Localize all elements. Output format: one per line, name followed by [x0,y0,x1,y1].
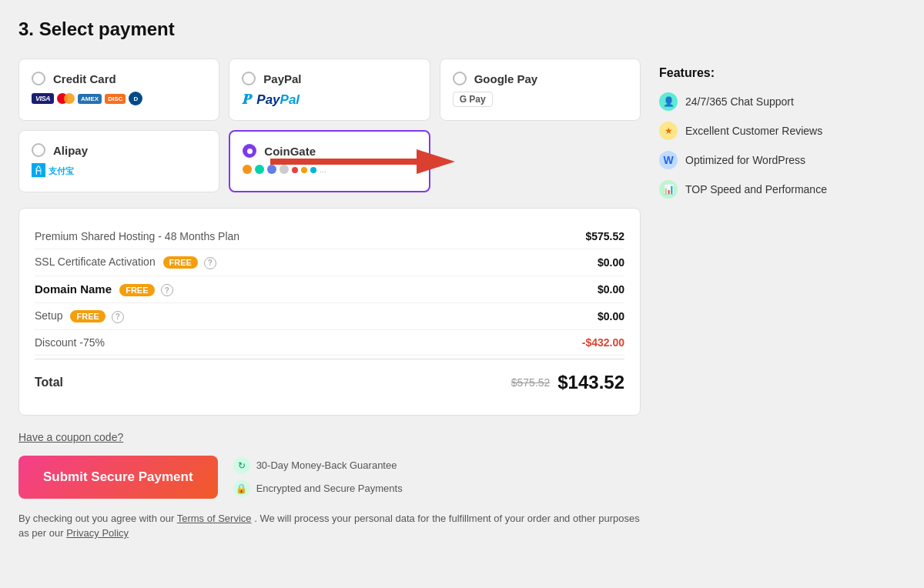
submit-button[interactable]: Submit Secure Payment [18,456,218,499]
alipay-label: Alipay [53,144,88,157]
order-item-domain: Domain Name FREE ? $0.00 [35,276,624,304]
alipay-text: 支付宝 [49,165,74,177]
legal-text: By checking out you agree with our Terms… [18,511,641,541]
coupon-link[interactable]: Have a coupon code? [18,431,641,443]
payment-methods-row1: Credit Card VISA AMEX DISC D PayPal [18,58,641,121]
feature-reviews: ★ Excellent Customer Reviews [659,122,906,140]
visa-icon: VISA [32,93,54,104]
radio-credit-card [32,72,45,85]
paypal-label: PayPal [263,72,301,85]
terms-link[interactable]: Terms of Service [177,513,252,524]
bitcoin-icon [243,165,252,174]
gpay-badge: G Pay [453,92,493,107]
red-arrow [270,146,455,177]
payment-option-paypal[interactable]: PayPal 𝐏 PayPal [229,58,430,121]
features-title: Features: [659,66,906,80]
feature-chat-text: 24/7/365 Chat Support [685,95,794,108]
hosting-value: $575.52 [585,230,624,242]
domain-free-badge: FREE [119,284,154,296]
radio-alipay [32,143,45,157]
sidebar: Features: 👤 24/7/365 Chat Support ★ Exce… [659,58,906,209]
payment-methods-row2: Alipay 🅰 支付宝 CoinGate [18,130,641,192]
alipay-icons: 🅰 支付宝 [32,163,206,179]
page-title: 3. Select payment [18,18,906,40]
discover-icon: DISC [105,94,126,104]
lock-icon: 🔒 [233,480,250,497]
total-new-price: $143.52 [557,372,624,393]
trust-item-guarantee: ↻ 30-Day Money-Back Guarantee [233,457,403,474]
arrow-area [440,130,641,192]
amex-icon: AMEX [78,94,102,104]
feature-speed: 📊 TOP Speed and Performance [659,180,906,199]
radio-paypal [242,72,256,85]
secure-text: Encrypted and Secure Payments [256,483,403,494]
total-label: Total [35,376,63,389]
person-icon: 👤 [659,92,678,111]
feature-wp-text: Optimized for WordPress [685,154,805,166]
radio-coingate [243,144,256,158]
domain-value: $0.00 [598,283,624,296]
wp-icon: W [659,151,678,169]
guarantee-text: 30-Day Money-Back Guarantee [256,459,397,471]
gpay-icons: G Pay [453,92,628,107]
litecoin-icon [255,165,264,174]
order-total-row: Total $575.52 $143.52 [35,359,624,399]
order-item-hosting: Premium Shared Hosting - 48 Months Plan … [35,224,624,249]
feature-reviews-text: Excellent Customer Reviews [685,125,822,137]
order-item-ssl: SSL Certificate Activation FREE ? $0.00 [35,249,624,276]
submit-section: Submit Secure Payment ↻ 30-Day Money-Bac… [18,456,641,499]
star-icon: ★ [659,122,678,140]
ssl-label: SSL Certificate Activation FREE ? [35,256,216,269]
chart-icon: 📊 [659,180,678,199]
feature-chat: 👤 24/7/365 Chat Support [659,92,906,111]
discount-value: -$432.00 [582,336,624,349]
domain-label: Domain Name FREE ? [35,282,173,297]
radio-google-pay [453,72,467,85]
setup-label: Setup FREE ? [35,309,124,323]
feature-wordpress: W Optimized for WordPress [659,151,906,169]
trust-items: ↻ 30-Day Money-Back Guarantee 🔒 Encrypte… [233,457,403,497]
order-item-setup: Setup FREE ? $0.00 [35,303,624,330]
total-values: $575.52 $143.52 [511,372,624,393]
paypal-icons: 𝐏 PayPal [242,92,417,108]
setup-value: $0.00 [598,310,624,322]
ssl-value: $0.00 [598,256,624,269]
paypal-p-icon: 𝐏 [242,92,250,108]
diners-icon: D [129,92,142,105]
arrow-svg [270,146,455,177]
credit-card-icons: VISA AMEX DISC D [32,92,206,105]
refresh-icon: ↻ [233,457,250,474]
total-old-price: $575.52 [511,376,551,389]
mastercard-icon [57,93,75,104]
feature-speed-text: TOP Speed and Performance [685,183,827,195]
payment-option-alipay[interactable]: Alipay 🅰 支付宝 [18,130,219,192]
ssl-help-icon[interactable]: ? [204,257,216,269]
svg-marker-0 [270,149,455,174]
hosting-label: Premium Shared Hosting - 48 Months Plan [35,230,239,242]
credit-card-label: Credit Card [53,72,116,85]
payment-option-credit-card[interactable]: Credit Card VISA AMEX DISC D [18,58,219,121]
ssl-free-badge: FREE [163,256,198,269]
order-item-discount: Discount -75% -$432.00 [35,330,624,356]
domain-help-icon[interactable]: ? [161,284,173,296]
google-pay-label: Google Pay [474,72,538,85]
trust-item-secure: 🔒 Encrypted and Secure Payments [233,480,403,497]
privacy-link[interactable]: Privacy Policy [66,527,129,539]
order-summary: Premium Shared Hosting - 48 Months Plan … [18,208,641,416]
setup-help-icon[interactable]: ? [112,311,124,323]
paypal-logo: PayPal [256,92,300,108]
setup-free-badge: FREE [70,310,105,322]
payment-option-google-pay[interactable]: Google Pay G Pay [440,58,641,121]
alipay-icon: 🅰 [32,163,45,179]
discount-label: Discount -75% [35,336,105,349]
